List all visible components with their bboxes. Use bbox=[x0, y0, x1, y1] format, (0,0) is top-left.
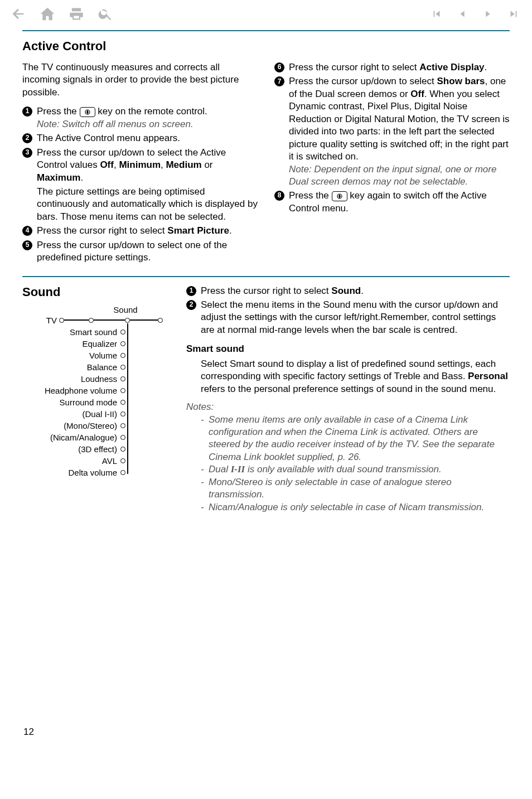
sound-left-panel: Sound Sound TV Smart soundEqualizerVolum… bbox=[22, 285, 173, 514]
page-number: 12 bbox=[23, 727, 34, 738]
back-icon[interactable] bbox=[10, 6, 27, 22]
section-title-active-control: Active Control bbox=[22, 39, 510, 54]
diagram-item-label: Smart sound bbox=[22, 327, 120, 337]
notes-title: Notes: bbox=[186, 401, 510, 413]
first-page-icon[interactable] bbox=[428, 6, 445, 22]
diagram-node-icon bbox=[120, 376, 125, 381]
note-item: - Some menu items are only available in … bbox=[201, 414, 510, 464]
diagram-item: Delta volume bbox=[22, 467, 173, 478]
notes-block: Notes: - Some menu items are only availa… bbox=[186, 401, 510, 514]
step-number-icon: 8 bbox=[274, 191, 284, 201]
page-content: Active Control The TV continuously measu… bbox=[0, 26, 532, 514]
right-column: 6 Press the cursor right to select Activ… bbox=[274, 61, 510, 266]
step-number-icon: 5 bbox=[22, 240, 32, 250]
search-icon[interactable] bbox=[97, 6, 114, 22]
step-number-icon: 7 bbox=[274, 76, 284, 86]
diagram-node-icon bbox=[120, 353, 125, 358]
diagram-item-label: (Mono/Stereo) bbox=[22, 421, 120, 430]
diagram-item-label: Loudness bbox=[22, 374, 120, 384]
diagram-item: (3D effect) bbox=[22, 443, 173, 455]
diagram-header: Sound bbox=[78, 305, 173, 314]
diagram-item-label: (Nicam/Analogue) bbox=[22, 433, 120, 442]
diagram-item-label: (3D effect) bbox=[22, 444, 120, 454]
diagram-node-icon bbox=[120, 435, 125, 440]
diagram-node-icon bbox=[120, 330, 125, 335]
step-3: 3 Press the cursor up/down to select the… bbox=[22, 147, 258, 184]
diagram-node-icon bbox=[120, 341, 125, 346]
pdf-toolbar bbox=[0, 0, 532, 26]
diagram-item: Volume bbox=[22, 350, 173, 361]
step-1: 1 Press the key on the remote control. N… bbox=[22, 105, 258, 130]
step-number-icon: 3 bbox=[22, 148, 32, 158]
active-control-columns: The TV continuously measures and correct… bbox=[22, 61, 510, 266]
diagram-item: Loudness bbox=[22, 373, 173, 385]
sound-right-panel: 1 Press the cursor right to select Sound… bbox=[186, 285, 510, 514]
step-number-icon: 1 bbox=[22, 106, 32, 117]
note-item: - Mono/Stereo is only selectable in case… bbox=[201, 476, 510, 501]
home-icon[interactable] bbox=[39, 6, 56, 22]
step-5: 5 Press the cursor up/down to select one… bbox=[22, 239, 258, 264]
diagram-item: AVL bbox=[22, 455, 173, 467]
toolbar-right-group bbox=[428, 6, 522, 22]
step-3-tail: The picture settings are being optimised… bbox=[37, 186, 258, 223]
step-number-icon: 4 bbox=[22, 226, 32, 236]
step-2: 2 The Active Control menu appears. bbox=[22, 132, 258, 144]
diagram-node-icon bbox=[120, 423, 125, 428]
active-control-intro: The TV continuously measures and correct… bbox=[22, 61, 258, 99]
diagram-item: (Dual I-II) bbox=[22, 408, 173, 420]
diagram-item: Surround mode bbox=[22, 396, 173, 408]
remote-key-icon bbox=[80, 107, 95, 117]
step-number-icon: 6 bbox=[274, 62, 284, 72]
diagram-node-icon bbox=[120, 365, 125, 370]
step-number-icon: 2 bbox=[22, 133, 32, 143]
sound-step-1: 1 Press the cursor right to select Sound… bbox=[186, 285, 510, 297]
diagram-item-label: Equalizer bbox=[22, 339, 120, 348]
smart-sound-text: Select Smart sound to display a list of … bbox=[201, 358, 510, 395]
prev-page-icon[interactable] bbox=[454, 6, 471, 22]
diagram-item-label: Volume bbox=[22, 351, 120, 360]
section-title-sound: Sound bbox=[22, 285, 173, 299]
sound-menu-diagram: Sound TV Smart soundEqualizerVolumeBalan… bbox=[22, 305, 173, 478]
step-6: 6 Press the cursor right to select Activ… bbox=[274, 61, 510, 74]
smart-sound-title: Smart sound bbox=[186, 343, 510, 355]
step-1-note: Note: Switch off all menus on screen. bbox=[37, 118, 258, 130]
diagram-item: (Nicam/Analogue) bbox=[22, 432, 173, 443]
print-icon[interactable] bbox=[68, 6, 85, 22]
diagram-item: Headphone volume bbox=[22, 385, 173, 396]
diagram-root: TV bbox=[22, 316, 59, 325]
diagram-item-label: Surround mode bbox=[22, 398, 120, 407]
step-8: 8 Press the key again to switch off the … bbox=[274, 190, 510, 215]
left-column: The TV continuously measures and correct… bbox=[22, 61, 258, 266]
diagram-node-icon bbox=[120, 470, 125, 475]
diagram-item: Balance bbox=[22, 361, 173, 373]
toolbar-left-group bbox=[10, 6, 114, 22]
diagram-item-label: AVL bbox=[22, 456, 120, 466]
diagram-node-icon bbox=[120, 458, 125, 463]
diagram-item-label: Balance bbox=[22, 362, 120, 372]
next-page-icon[interactable] bbox=[480, 6, 496, 22]
diagram-node-icon bbox=[120, 400, 125, 405]
diagram-item: Smart sound bbox=[22, 326, 173, 338]
dual-mode-icon: I-II bbox=[231, 464, 245, 474]
sound-section: Sound Sound TV Smart soundEqualizerVolum… bbox=[22, 285, 510, 514]
remote-key-icon bbox=[332, 191, 347, 201]
step-number-icon: 2 bbox=[186, 300, 196, 310]
diagram-node-icon bbox=[120, 411, 125, 417]
diagram-node-icon bbox=[120, 447, 125, 452]
diagram-item-label: Headphone volume bbox=[22, 386, 120, 395]
step-7: 7 Press the cursor up/down to select Sho… bbox=[274, 75, 510, 188]
note-item: - Dual I-II is only available with dual … bbox=[201, 463, 510, 476]
note-item: - Nicam/Analogue is only selectable in c… bbox=[201, 501, 510, 514]
diagram-item-label: Delta volume bbox=[22, 468, 120, 477]
diagram-item: Equalizer bbox=[22, 338, 173, 350]
diagram-node-icon bbox=[120, 388, 125, 393]
step-4: 4 Press the cursor right to select Smart… bbox=[22, 225, 258, 237]
last-page-icon[interactable] bbox=[505, 6, 522, 22]
diagram-item-label: (Dual I-II) bbox=[22, 409, 120, 419]
step-7-note: Note: Dependent on the input signal, one… bbox=[289, 163, 510, 188]
diagram-item: (Mono/Stereo) bbox=[22, 420, 173, 432]
step-number-icon: 1 bbox=[186, 286, 196, 296]
sound-step-2: 2 Select the menu items in the Sound men… bbox=[186, 299, 510, 336]
